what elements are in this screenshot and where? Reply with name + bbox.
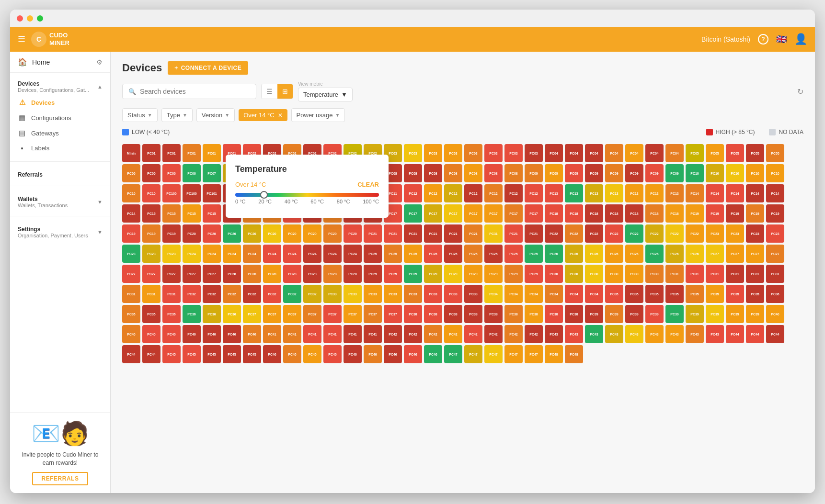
device-tile[interactable]: PC22 — [645, 224, 664, 243]
sidebar-section-devices-header[interactable]: Devices Devices, Configurations, Gat... … — [10, 77, 110, 95]
device-tile[interactable]: PC39 — [625, 305, 643, 323]
device-tile[interactable]: PC48 — [565, 345, 583, 363]
device-tile[interactable]: PC08 — [404, 164, 422, 182]
device-tile[interactable]: PC18 — [585, 204, 603, 223]
device-tile[interactable]: PC05 — [706, 144, 724, 162]
device-tile[interactable]: PC32 — [203, 285, 221, 303]
sidebar-section-settings-header[interactable]: Settings Organisation, Payment, Users ▼ — [10, 222, 110, 240]
device-tile[interactable]: PC38 — [545, 305, 563, 323]
device-tile[interactable]: PC17 — [504, 204, 523, 223]
device-tile[interactable]: PC39 — [585, 305, 603, 323]
device-tile[interactable]: PC41 — [263, 325, 281, 343]
device-tile[interactable]: PC29 — [484, 265, 503, 283]
device-tile[interactable]: PC36 — [203, 305, 221, 323]
device-tile[interactable]: PC17 — [525, 204, 543, 223]
device-tile[interactable]: PC04 — [545, 144, 563, 162]
status-filter[interactable]: Status ▼ — [122, 108, 158, 122]
device-tile[interactable]: PC31 — [746, 265, 764, 283]
device-tile[interactable]: PC25 — [484, 245, 503, 263]
device-tile[interactable]: PC26 — [625, 245, 643, 263]
settings-gear-icon[interactable]: ⚙ — [96, 58, 103, 66]
device-tile[interactable]: PC26 — [686, 245, 704, 263]
device-tile[interactable]: PC32 — [223, 285, 241, 303]
device-tile[interactable]: PC13 — [645, 184, 664, 202]
device-tile[interactable]: PC29 — [464, 265, 482, 283]
device-tile[interactable]: PC26 — [565, 245, 583, 263]
device-tile[interactable]: PC31 — [766, 265, 784, 283]
device-tile[interactable]: PC08 — [484, 164, 503, 182]
device-tile[interactable]: PC29 — [424, 265, 442, 283]
device-tile[interactable]: PC46 — [283, 345, 301, 363]
device-tile[interactable]: PC06 — [142, 164, 160, 182]
device-tile[interactable]: PC47 — [444, 345, 462, 363]
device-tile[interactable]: PC17 — [464, 204, 482, 223]
maximize-btn[interactable] — [37, 15, 43, 22]
device-tile[interactable]: PC100 — [162, 184, 181, 202]
device-tile[interactable]: PC18 — [665, 204, 684, 223]
sidebar-item-labels[interactable]: ▪ Labels — [10, 141, 110, 156]
device-tile[interactable]: PC100 — [183, 184, 201, 202]
device-tile[interactable]: PC19 — [746, 204, 764, 223]
device-tile[interactable]: PC29 — [364, 265, 382, 283]
device-tile[interactable]: PC24 — [323, 245, 342, 263]
device-tile[interactable]: PC44 — [726, 325, 744, 343]
device-tile[interactable]: PC23 — [746, 224, 764, 243]
device-tile[interactable]: PC25 — [384, 245, 402, 263]
device-tile[interactable]: PC25 — [404, 245, 422, 263]
device-tile[interactable]: PC23 — [706, 224, 724, 243]
device-tile[interactable]: PC13 — [665, 184, 684, 202]
device-tile[interactable]: PC28 — [243, 265, 261, 283]
device-tile[interactable]: PC22 — [686, 224, 704, 243]
device-tile[interactable]: PC43 — [665, 325, 684, 343]
device-tile[interactable]: PC42 — [525, 325, 543, 343]
device-tile[interactable]: PC07 — [203, 164, 221, 182]
temperature-slider[interactable]: 0 °C 20 °C 40 °C 60 °C 80 °C 100 °C — [235, 193, 379, 204]
device-tile[interactable]: PC21 — [404, 224, 422, 243]
device-tile[interactable]: PC44 — [122, 345, 140, 363]
device-tile[interactable]: PC15 — [142, 204, 160, 223]
device-tile[interactable]: PC01 — [183, 144, 201, 162]
device-tile[interactable]: PC41 — [344, 325, 362, 343]
device-tile[interactable]: PC14 — [746, 184, 764, 202]
device-tile[interactable]: PC34 — [565, 285, 583, 303]
device-tile[interactable]: PC40 — [183, 325, 201, 343]
device-tile[interactable]: PC28 — [303, 265, 321, 283]
device-tile[interactable]: PC45 — [162, 345, 181, 363]
device-tile[interactable]: PC10 — [706, 164, 724, 182]
device-tile[interactable]: PC04 — [625, 144, 643, 162]
device-tile[interactable]: PC37 — [384, 305, 402, 323]
device-tile[interactable]: PC20 — [344, 224, 362, 243]
type-filter[interactable]: Type ▼ — [161, 108, 193, 122]
device-tile[interactable]: PC01 — [203, 144, 221, 162]
device-tile[interactable]: PC28 — [263, 265, 281, 283]
device-tile[interactable]: PC38 — [424, 305, 442, 323]
device-tile[interactable]: PC40 — [142, 325, 160, 343]
device-tile[interactable]: PC37 — [263, 305, 281, 323]
device-tile[interactable]: PC31 — [122, 285, 140, 303]
device-tile[interactable]: PC32 — [243, 285, 261, 303]
device-tile[interactable]: PC13 — [585, 184, 603, 202]
device-tile[interactable]: PC34 — [585, 285, 603, 303]
device-tile[interactable]: PC36 — [183, 305, 201, 323]
device-tile[interactable]: PC09 — [565, 164, 583, 182]
device-tile[interactable]: PC21 — [444, 224, 462, 243]
device-tile[interactable]: PC10 — [142, 184, 160, 202]
version-filter[interactable]: Version ▼ — [196, 108, 235, 122]
device-tile[interactable]: PC24 — [263, 245, 281, 263]
device-tile[interactable]: PC27 — [746, 245, 764, 263]
slider-thumb[interactable] — [260, 191, 268, 199]
device-tile[interactable]: PC25 — [504, 245, 523, 263]
device-tile[interactable]: PC42 — [444, 325, 462, 343]
device-tile[interactable]: PC36 — [122, 305, 140, 323]
device-tile[interactable]: PC17 — [484, 204, 503, 223]
device-tile[interactable]: PC19 — [162, 224, 181, 243]
device-tile[interactable]: PC09 — [585, 164, 603, 182]
device-tile[interactable]: PC38 — [504, 305, 523, 323]
device-tile[interactable]: PC37 — [323, 305, 342, 323]
device-tile[interactable]: PC43 — [686, 325, 704, 343]
device-tile[interactable]: PC48 — [545, 345, 563, 363]
sidebar-item-devices[interactable]: ⚠ Devices — [10, 95, 110, 110]
device-tile[interactable]: PC20 — [283, 224, 301, 243]
device-tile[interactable]: PC37 — [303, 305, 321, 323]
device-tile[interactable]: PC05 — [726, 144, 744, 162]
